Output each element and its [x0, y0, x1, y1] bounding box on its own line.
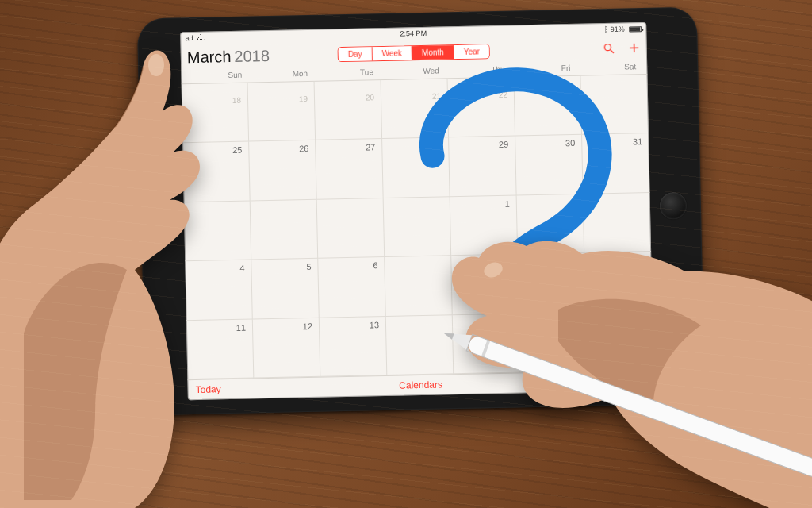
cell[interactable]: 5	[251, 259, 320, 319]
cell[interactable]: 22	[448, 78, 516, 138]
cell[interactable]: 12	[253, 318, 321, 378]
bluetooth-icon: ᛒ	[604, 25, 608, 33]
cell[interactable]: 13	[320, 317, 388, 377]
cell[interactable]: 30	[515, 135, 584, 195]
cell[interactable]: 19	[248, 82, 316, 142]
view-segmented-control[interactable]: Day Week Month Year	[338, 44, 491, 62]
cell[interactable]: 27	[316, 139, 384, 199]
seg-month[interactable]: Month	[412, 45, 454, 60]
cell[interactable]: 29	[449, 137, 517, 197]
photo-scene: ad 2:54 PM ᛒ 91% March2018 Day Week Mont…	[0, 0, 812, 508]
svg-marker-8	[443, 330, 454, 340]
cell[interactable]	[580, 75, 649, 135]
day-wed: Wed	[381, 66, 447, 76]
day-fri: Fri	[512, 64, 578, 74]
cell[interactable]: 26	[249, 140, 317, 201]
left-hand	[0, 32, 230, 508]
cell[interactable]	[514, 76, 582, 137]
battery-pct: 91%	[611, 25, 625, 33]
cell[interactable]: 20	[315, 80, 383, 140]
day-thu: Thu	[447, 65, 513, 75]
year-label: 2018	[234, 46, 270, 64]
svg-point-0	[604, 44, 611, 51]
svg-line-1	[611, 50, 614, 53]
plus-icon[interactable]	[628, 41, 641, 54]
day-tue: Tue	[316, 67, 381, 78]
cell[interactable]: 28	[382, 138, 450, 198]
svg-marker-7	[442, 326, 473, 350]
day-mon: Mon	[250, 69, 316, 79]
seg-day[interactable]: Day	[339, 47, 373, 61]
seg-year[interactable]: Year	[454, 44, 490, 59]
cell[interactable]: 6	[318, 257, 386, 318]
svg-point-5	[148, 54, 164, 76]
battery-icon	[629, 26, 642, 32]
cell[interactable]: 21	[381, 79, 450, 139]
cell[interactable]	[251, 200, 319, 260]
search-icon[interactable]	[603, 42, 615, 55]
cell[interactable]	[317, 198, 385, 259]
cell[interactable]: 31	[582, 133, 650, 194]
seg-week[interactable]: Week	[372, 46, 412, 60]
day-sat: Sat	[578, 62, 644, 72]
